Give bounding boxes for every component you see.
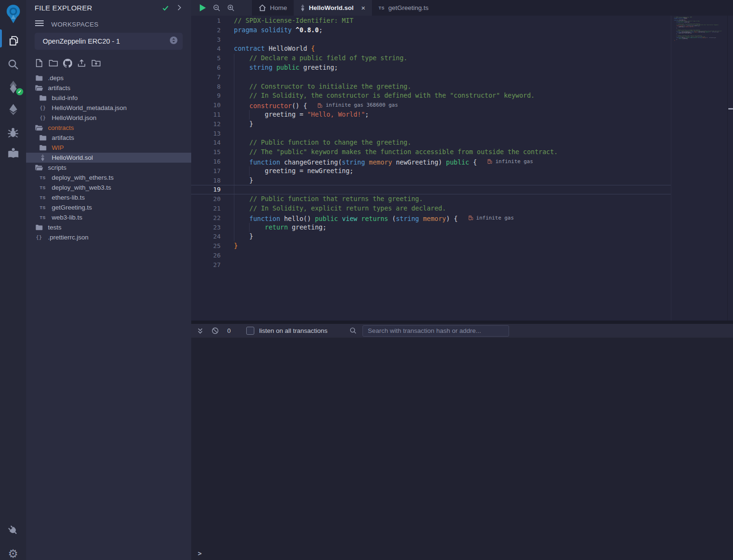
tree-item-scripts[interactable]: scripts xyxy=(26,163,191,173)
tree-item-wip[interactable]: WIP xyxy=(26,143,191,153)
tree-item-artifacts[interactable]: artifacts xyxy=(26,133,191,143)
workspace-selected-value: OpenZeppelin ERC20 - 1 xyxy=(43,37,169,45)
clear-console-icon[interactable] xyxy=(212,327,219,334)
tree-item-helloworld-json[interactable]: {}HelloWorld.json xyxy=(26,113,191,123)
line-number: 19 xyxy=(191,185,221,194)
activity-bar: ✓⚙ xyxy=(0,0,27,560)
terminal-output[interactable]: > xyxy=(191,338,733,560)
code-line[interactable]: 13 xyxy=(191,129,671,138)
code-line[interactable]: 12 } xyxy=(191,119,671,129)
tree-item-build-info[interactable]: build-info xyxy=(26,93,191,103)
tree-item-label: HelloWorld_metadata.json xyxy=(52,104,127,111)
code-editor[interactable]: 1// SPDX-License-Identifier: MIT2pragma … xyxy=(191,16,733,321)
editor-right-separator xyxy=(671,16,671,321)
code-line[interactable]: 16 function changeGreeting(string memory… xyxy=(191,157,671,166)
code-line[interactable]: 23 return greeting; xyxy=(191,223,671,232)
publish-icon[interactable] xyxy=(77,58,86,68)
listen-transactions-label[interactable]: listen on all transactions xyxy=(259,327,327,334)
gas-estimate-widget[interactable]: infinite gas 368600 gas xyxy=(317,101,398,110)
tree-item-helloworld-metadata-json[interactable]: {}HelloWorld_metadata.json xyxy=(26,103,191,113)
code-line[interactable]: 19 xyxy=(191,185,671,194)
code-line[interactable]: 6 string public greeting; xyxy=(191,63,671,73)
code-text xyxy=(221,251,234,260)
code-line[interactable]: 27 xyxy=(191,260,671,270)
code-line[interactable]: 10 constructor() {infinite gas 368600 ga… xyxy=(191,101,671,110)
remix-logo-icon[interactable] xyxy=(0,2,26,25)
new-folder-icon[interactable] xyxy=(48,58,58,68)
settings-icon[interactable]: ⚙ xyxy=(0,544,26,560)
code-line[interactable]: 22 function hello() public view returns … xyxy=(191,213,671,223)
minimap[interactable]: // SPDX-License-Identifier: MIT pragma s… xyxy=(674,17,727,43)
gas-estimate-widget[interactable]: infinite gas xyxy=(468,213,514,223)
upload-folder-icon[interactable] xyxy=(91,58,101,68)
tree-item-tests[interactable]: tests xyxy=(26,222,191,232)
hamburger-menu-icon[interactable] xyxy=(35,20,44,28)
code-line[interactable]: 18 } xyxy=(191,176,671,185)
tree-item--prettierrc-json[interactable]: {}.prettierrc.json xyxy=(26,232,191,242)
new-file-icon[interactable] xyxy=(34,58,44,68)
code-text: greeting = "Hello, World!"; xyxy=(221,110,369,119)
gas-estimate-widget[interactable]: infinite gas xyxy=(487,157,533,166)
search-icon[interactable] xyxy=(0,55,26,74)
zoom-out-icon[interactable] xyxy=(213,4,221,12)
chevron-right-icon[interactable] xyxy=(176,4,183,13)
ts-icon: TS xyxy=(38,205,47,210)
tree-item-getgreeting-ts[interactable]: TSgetGreeting.ts xyxy=(26,202,191,212)
ts-icon: TS xyxy=(38,175,47,180)
code-line[interactable]: 4contract HelloWorld { xyxy=(191,44,671,54)
zoom-in-icon[interactable] xyxy=(227,4,235,12)
solidity-compiler-icon[interactable]: ✓ xyxy=(0,77,26,96)
code-text xyxy=(221,35,234,45)
code-line[interactable]: 5 // Declare a public field of type stri… xyxy=(191,54,671,63)
run-script-button[interactable] xyxy=(199,4,206,12)
learn-icon[interactable] xyxy=(0,144,26,163)
tab-helloworld-sol[interactable]: HelloWorld.sol× xyxy=(294,0,372,16)
code-line[interactable]: 20 // Public function that returns the g… xyxy=(191,194,671,204)
github-icon[interactable] xyxy=(63,58,72,68)
code-line[interactable]: 2pragma solidity ^0.8.0; xyxy=(191,26,671,35)
debugger-icon[interactable] xyxy=(0,123,26,142)
tree-item--deps[interactable]: .deps xyxy=(26,73,191,83)
terminal-resize-handle[interactable] xyxy=(191,321,733,324)
code-line[interactable]: 11 greeting = "Hello, World!"; xyxy=(191,110,671,119)
code-line[interactable]: 1// SPDX-License-Identifier: MIT xyxy=(191,16,671,26)
workspaces-label: WORKSPACES xyxy=(51,21,99,28)
code-line[interactable]: 9 // In Solidity, the constructor is def… xyxy=(191,91,671,101)
code-line[interactable]: 24 } xyxy=(191,232,671,241)
file-explorer-icon[interactable] xyxy=(0,31,26,50)
tree-item-contracts[interactable]: contracts xyxy=(26,123,191,133)
code-line[interactable]: 7 xyxy=(191,73,671,82)
tree-item-helloworld-sol[interactable]: HelloWorld.sol xyxy=(26,153,191,163)
plugin-manager-icon[interactable] xyxy=(0,521,26,540)
tab-getgreeting-ts[interactable]: TSgetGreeting.ts xyxy=(372,0,435,16)
code-line[interactable]: 8 // Constructor to initialize the greet… xyxy=(191,82,671,92)
line-number: 18 xyxy=(191,176,221,185)
line-number: 9 xyxy=(191,91,221,101)
workspace-select[interactable]: OpenZeppelin ERC20 - 1 xyxy=(35,33,183,50)
code-line[interactable]: 17 greeting = newGreeting; xyxy=(191,166,671,176)
line-number: 1 xyxy=(191,16,221,26)
close-icon[interactable]: × xyxy=(361,4,365,12)
code-line[interactable]: 26 xyxy=(191,251,671,260)
deploy-run-icon[interactable] xyxy=(0,100,26,119)
tree-item-label: web3-lib.ts xyxy=(52,214,83,221)
line-number: 22 xyxy=(191,213,221,223)
listen-transactions-checkbox[interactable] xyxy=(246,327,254,335)
tree-item-deploy-with-ethers-ts[interactable]: TSdeploy_with_ethers.ts xyxy=(26,173,191,183)
code-line[interactable]: 3 xyxy=(191,35,671,45)
expand-terminal-icon[interactable] xyxy=(197,328,204,334)
line-number: 27 xyxy=(191,260,221,270)
transaction-search-input[interactable] xyxy=(362,325,509,337)
tab-home[interactable]: Home xyxy=(252,0,294,16)
tree-item-ethers-lib-ts[interactable]: TSethers-lib.ts xyxy=(26,193,191,202)
line-number: 5 xyxy=(191,54,221,63)
tree-item-deploy-with-web3-ts[interactable]: TSdeploy_with_web3.ts xyxy=(26,183,191,193)
code-line[interactable]: 15 // The "public" keyword makes the fun… xyxy=(191,147,671,157)
folder-icon xyxy=(38,135,47,141)
code-line[interactable]: 21 // In Solidity, explicit return types… xyxy=(191,204,671,213)
tree-item-artifacts[interactable]: artifacts xyxy=(26,83,191,93)
code-line[interactable]: 14 // Public function to change the gree… xyxy=(191,138,671,147)
code-line[interactable]: 25} xyxy=(191,241,671,251)
tree-item-web3-lib-ts[interactable]: TSweb3-lib.ts xyxy=(26,212,191,222)
scrollbar-cursor-decoration[interactable] xyxy=(728,108,733,110)
